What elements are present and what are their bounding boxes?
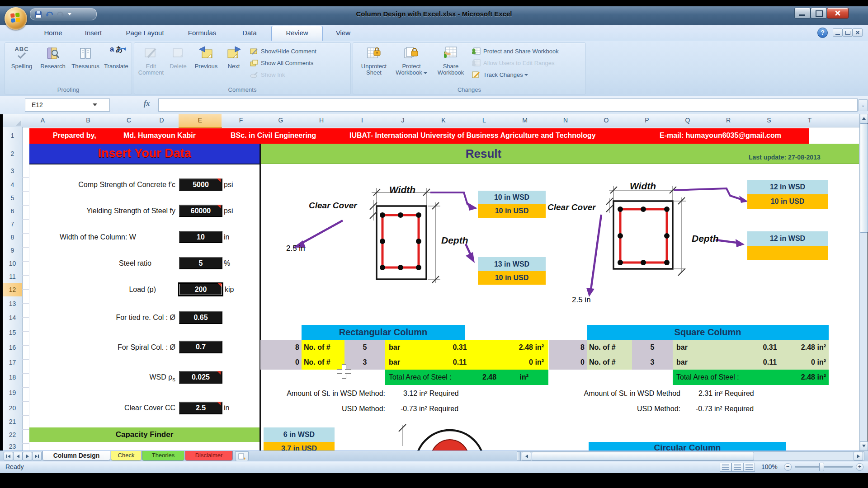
row-header[interactable]: 11 bbox=[3, 270, 23, 283]
row-header[interactable]: 10 bbox=[3, 257, 23, 270]
row-header[interactable]: 23 bbox=[3, 442, 23, 451]
column-header[interactable]: O bbox=[586, 114, 627, 127]
next-comment-button[interactable]: Next bbox=[222, 45, 245, 70]
tab-formulas[interactable]: Formulas bbox=[175, 27, 229, 39]
column-header[interactable]: R bbox=[708, 114, 749, 127]
view-page-layout-button[interactable] bbox=[731, 463, 743, 472]
row-header[interactable]: 22 bbox=[3, 427, 23, 442]
rect-r1-size[interactable]: 5 bbox=[344, 340, 385, 355]
minimize-button[interactable] bbox=[794, 8, 811, 19]
column-header[interactable]: M bbox=[505, 114, 546, 127]
sq-r1-bar-cell[interactable]: bar 0.31 2.48 in² bbox=[673, 340, 829, 355]
save-icon[interactable] bbox=[35, 11, 42, 18]
first-sheet-button[interactable] bbox=[4, 452, 13, 460]
scroll-right-button[interactable] bbox=[854, 452, 863, 460]
scroll-left-button[interactable] bbox=[522, 452, 531, 460]
sheet-tab-theories[interactable]: Theories bbox=[142, 451, 184, 461]
input-clear-cover[interactable]: 2.5 bbox=[179, 402, 222, 414]
tab-review[interactable]: Review bbox=[271, 26, 323, 41]
zoom-slider-thumb[interactable] bbox=[819, 463, 824, 471]
formula-input[interactable] bbox=[158, 99, 858, 112]
column-header[interactable]: C bbox=[113, 114, 145, 127]
rect-r1-no[interactable]: No. of # bbox=[302, 340, 344, 355]
sheet-tab-check[interactable]: Check bbox=[111, 451, 142, 461]
input-width[interactable]: 10 bbox=[179, 231, 222, 243]
workbook-close-button[interactable] bbox=[853, 28, 863, 37]
column-header[interactable]: S bbox=[749, 114, 790, 127]
column-header[interactable]: H bbox=[301, 114, 342, 127]
row-header-selected[interactable]: 12 bbox=[3, 283, 23, 297]
rect-r2-count[interactable]: 0 bbox=[260, 355, 302, 370]
formula-bar-expand-icon[interactable]: ⌄ bbox=[859, 99, 868, 111]
column-header[interactable]: A bbox=[22, 114, 64, 127]
edit-comment-button[interactable]: Edit Comment bbox=[137, 45, 165, 76]
row-header[interactable]: 6 bbox=[3, 204, 23, 218]
translate-button[interactable]: a あ Translate bbox=[102, 45, 131, 70]
input-wsd-rho[interactable]: 0.025 bbox=[179, 371, 222, 384]
row-header[interactable]: 14 bbox=[3, 310, 23, 325]
row-header[interactable]: 16 bbox=[3, 340, 23, 355]
thesaurus-button[interactable]: Thesaurus bbox=[69, 45, 102, 70]
tab-home[interactable]: Home bbox=[34, 27, 72, 39]
redo-icon[interactable] bbox=[57, 11, 65, 18]
protect-share-button[interactable]: Protect and Share Workbook bbox=[472, 46, 559, 56]
sq-r2-no[interactable]: No. of # bbox=[587, 355, 632, 370]
column-header[interactable]: N bbox=[545, 114, 586, 127]
sq-r2-size[interactable]: 3 bbox=[632, 355, 673, 370]
view-normal-button[interactable] bbox=[720, 463, 731, 472]
show-hide-comment-button[interactable]: Show/Hide Comment bbox=[250, 46, 316, 56]
last-sheet-button[interactable] bbox=[32, 452, 42, 460]
column-header[interactable]: Q bbox=[667, 114, 708, 127]
sq-r2-bar-cell[interactable]: bar 0.11 0 in² bbox=[673, 355, 829, 370]
row-header[interactable]: 13 bbox=[3, 296, 23, 311]
tab-page-layout[interactable]: Page Layout bbox=[115, 27, 175, 39]
show-ink-button[interactable]: Show Ink bbox=[250, 69, 285, 80]
rect-r1-bar-cell[interactable]: bar 0.31 2.48 in² bbox=[385, 340, 548, 355]
scroll-up-button[interactable] bbox=[860, 114, 868, 123]
row-header[interactable]: 7 bbox=[3, 217, 23, 231]
sq-r1-count[interactable]: 8 bbox=[549, 340, 587, 355]
sheet-tab-disclaimer[interactable]: Disclaimer bbox=[185, 451, 233, 461]
sheet-tab-column-design[interactable]: Column Design bbox=[42, 451, 110, 461]
view-page-break-button[interactable] bbox=[743, 463, 755, 472]
allow-users-button[interactable]: Allow Users to Edit Ranges bbox=[472, 57, 555, 68]
delete-comment-button[interactable]: Delete bbox=[166, 45, 190, 70]
column-header[interactable]: F bbox=[222, 114, 261, 127]
spelling-button[interactable]: ABC Spelling bbox=[7, 45, 37, 70]
input-steel-ratio[interactable]: 5 bbox=[179, 257, 222, 269]
input-spiral-phi[interactable]: 0.7 bbox=[179, 341, 222, 353]
undo-icon[interactable] bbox=[45, 11, 53, 18]
insert-function-button[interactable]: fx bbox=[144, 99, 150, 108]
office-button[interactable] bbox=[5, 7, 27, 30]
rect-r2-size[interactable]: 3 bbox=[344, 355, 385, 370]
row-header[interactable]: 5 bbox=[3, 191, 23, 205]
sq-r2-count[interactable]: 0 bbox=[549, 355, 587, 370]
zoom-out-button[interactable]: − bbox=[784, 463, 792, 471]
vertical-scroll-thumb[interactable] bbox=[860, 123, 868, 233]
previous-comment-button[interactable]: Previous bbox=[191, 45, 221, 70]
input-fy[interactable]: 60000 bbox=[179, 205, 222, 217]
show-all-comments-button[interactable]: Show All Comments bbox=[250, 57, 313, 68]
research-button[interactable]: Research bbox=[38, 45, 68, 70]
rect-r2-bar-cell[interactable]: bar 0.11 0 in² bbox=[385, 355, 548, 370]
column-header[interactable]: T bbox=[789, 114, 830, 127]
column-header[interactable]: D bbox=[145, 114, 179, 127]
row-header[interactable]: 21 bbox=[3, 416, 23, 428]
row-header[interactable]: 9 bbox=[3, 244, 23, 257]
tab-view[interactable]: View bbox=[323, 27, 363, 39]
close-button[interactable] bbox=[827, 8, 849, 19]
row-header[interactable]: 15 bbox=[3, 325, 23, 340]
track-changes-button[interactable]: Track Changes bbox=[472, 69, 528, 80]
column-header[interactable]: B bbox=[63, 114, 113, 127]
name-box-dropdown-icon[interactable] bbox=[93, 103, 97, 106]
scroll-down-button[interactable] bbox=[860, 441, 868, 451]
sq-r1-size[interactable]: 5 bbox=[632, 340, 673, 355]
column-header[interactable]: G bbox=[260, 114, 302, 127]
horizontal-scroll-thumb[interactable] bbox=[532, 452, 754, 460]
row-header[interactable]: 1 bbox=[3, 127, 23, 144]
prev-sheet-button[interactable] bbox=[13, 452, 23, 460]
sq-r1-no[interactable]: No. of # bbox=[587, 340, 632, 355]
share-workbook-button[interactable]: Share Workbook bbox=[433, 45, 469, 76]
row-header[interactable]: 4 bbox=[3, 178, 23, 192]
column-header[interactable]: L bbox=[464, 114, 505, 127]
